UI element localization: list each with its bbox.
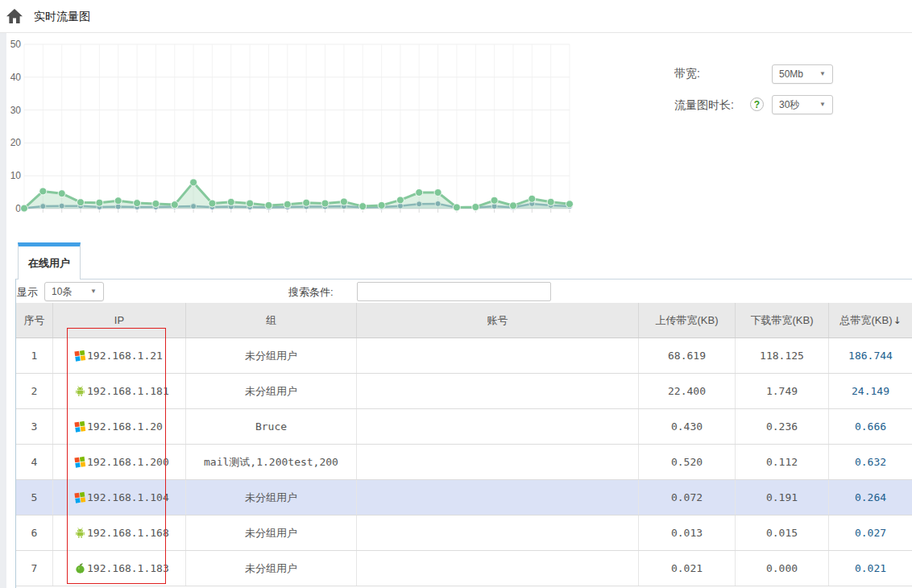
- tab-online-users[interactable]: 在线用户: [18, 242, 81, 280]
- cell-account: [357, 338, 639, 373]
- ip-text: 192.168.1.181: [87, 385, 169, 397]
- ip-text: 192.168.1.200: [87, 456, 169, 468]
- cell-ip: 192.168.1.181: [53, 374, 186, 408]
- realtime-traffic-page: 实时流量图 01020304050 带宽: 50Mb ▼ 流量图时长: ? 30…: [0, 0, 912, 588]
- help-icon[interactable]: ?: [750, 97, 764, 111]
- cell-no: 5: [16, 480, 53, 515]
- bandwidth-label: 带宽:: [674, 67, 700, 81]
- ip-text: 192.168.1.183: [87, 562, 169, 574]
- show-label: 显示: [17, 285, 38, 300]
- windows-icon: [74, 420, 86, 433]
- page-size-select[interactable]: 10条 ▼: [44, 282, 104, 301]
- cell-account: [357, 409, 639, 444]
- page-title: 实时流量图: [34, 0, 90, 33]
- svg-text:50: 50: [10, 39, 22, 50]
- table-row[interactable]: 2192.168.1.181未分组用户22.4001.74924.149: [16, 374, 912, 409]
- cell-no: 1: [16, 338, 53, 373]
- col-header-total[interactable]: 总带宽(KB)↓: [829, 303, 912, 337]
- svg-text:10: 10: [10, 170, 22, 181]
- chevron-down-icon: ▼: [819, 101, 826, 108]
- cell-upload: 0.021: [639, 551, 736, 586]
- cell-total: 0.027: [829, 516, 912, 550]
- ip-text: 192.168.1.20: [87, 420, 163, 433]
- cell-upload: 0.072: [639, 480, 736, 515]
- cell-total: 24.149: [829, 374, 912, 408]
- table-body: 1192.168.1.21未分组用户68.619118.125186.74421…: [16, 338, 912, 586]
- table-row[interactable]: 6192.168.1.168未分组用户0.0130.0150.027: [16, 516, 912, 551]
- cell-total: 186.744: [829, 338, 912, 373]
- svg-text:30: 30: [10, 105, 22, 116]
- page-size-value: 10条: [52, 285, 72, 299]
- duration-select-value: 30秒: [779, 98, 799, 112]
- bandwidth-select[interactable]: 50Mb ▼: [772, 64, 833, 84]
- ip-text: 192.168.1.104: [87, 491, 169, 503]
- duration-label: 流量图时长:: [674, 98, 734, 113]
- col-header-download[interactable]: 下载带宽(KB): [736, 303, 829, 337]
- top-bar: 实时流量图: [0, 0, 912, 33]
- cell-total: 0.632: [829, 445, 912, 479]
- android-icon: [74, 385, 86, 397]
- bandwidth-select-value: 50Mb: [779, 68, 803, 80]
- chevron-down-icon: ▼: [819, 71, 826, 77]
- table-row[interactable]: 4192.168.1.200mail测试,1.200test,2000.5200…: [16, 445, 912, 480]
- cell-upload: 0.013: [639, 516, 736, 550]
- cell-download: 118.125: [736, 338, 829, 373]
- next-row-divider: [16, 586, 912, 586]
- cell-upload: 22.400: [639, 374, 736, 408]
- cell-no: 2: [16, 374, 53, 408]
- search-input[interactable]: [357, 282, 551, 301]
- table-row[interactable]: 5192.168.1.104未分组用户0.0720.1910.264: [16, 480, 912, 516]
- col-header-upload[interactable]: 上传带宽(KB): [639, 303, 736, 337]
- cell-account: [357, 516, 639, 550]
- cell-no: 7: [16, 551, 53, 586]
- cell-group: 未分组用户: [186, 516, 357, 550]
- cell-ip: 192.168.1.104: [53, 480, 186, 515]
- cell-total: 0.264: [829, 480, 912, 515]
- cell-upload: 0.430: [639, 409, 736, 444]
- online-users-panel: 显示 10条 ▼ 搜索条件: 序号 IP 组 账号 上传带宽(KB) 下载带宽(…: [15, 279, 912, 588]
- cell-account: [357, 445, 639, 479]
- cell-upload: 0.520: [639, 445, 736, 479]
- windows-icon: [74, 491, 86, 503]
- cell-ip: 192.168.1.183: [53, 551, 186, 586]
- cell-ip: 192.168.1.200: [53, 445, 186, 479]
- col-header-group[interactable]: 组: [186, 303, 357, 337]
- svg-text:20: 20: [10, 137, 22, 148]
- windows-icon: [74, 350, 86, 362]
- table-row[interactable]: 3192.168.1.20Bruce0.4300.2360.666: [16, 409, 912, 445]
- cell-download: 0.015: [736, 516, 829, 550]
- cell-ip: 192.168.1.21: [53, 338, 186, 373]
- cell-no: 3: [16, 409, 53, 444]
- sort-desc-icon: ↓: [893, 315, 901, 326]
- android-icon: [74, 527, 86, 539]
- table-row[interactable]: 7192.168.1.183未分组用户0.0210.0000.021: [16, 551, 912, 586]
- online-users-table: 序号 IP 组 账号 上传带宽(KB) 下载带宽(KB) 总带宽(KB)↓ 11…: [16, 303, 912, 586]
- duration-select[interactable]: 30秒 ▼: [772, 95, 833, 114]
- cell-ip: 192.168.1.168: [53, 516, 186, 550]
- ip-text: 192.168.1.21: [87, 350, 163, 362]
- cell-upload: 68.619: [639, 338, 736, 373]
- col-header-account[interactable]: 账号: [357, 303, 639, 337]
- cell-total: 0.021: [829, 551, 912, 586]
- cell-ip: 192.168.1.20: [53, 409, 186, 444]
- cell-download: 1.749: [736, 374, 829, 408]
- search-label: 搜索条件:: [288, 285, 334, 300]
- cell-group: 未分组用户: [186, 480, 357, 515]
- cell-account: [357, 551, 639, 586]
- svg-text:40: 40: [10, 72, 22, 83]
- cell-download: 0.000: [736, 551, 829, 586]
- table-row[interactable]: 1192.168.1.21未分组用户68.619118.125186.744: [16, 338, 912, 374]
- cell-account: [357, 480, 639, 515]
- cell-download: 0.236: [736, 409, 829, 444]
- col-header-ip[interactable]: IP: [53, 303, 186, 337]
- cell-no: 6: [16, 516, 53, 550]
- apple-icon: [74, 562, 86, 574]
- tab-label: 在线用户: [28, 256, 70, 271]
- ip-text: 192.168.1.168: [87, 527, 169, 539]
- home-icon[interactable]: [6, 9, 23, 24]
- chevron-down-icon: ▼: [90, 288, 97, 295]
- cell-total: 0.666: [829, 409, 912, 444]
- cell-group: 未分组用户: [186, 374, 357, 408]
- cell-download: 0.112: [736, 445, 829, 479]
- col-header-no[interactable]: 序号: [16, 303, 53, 337]
